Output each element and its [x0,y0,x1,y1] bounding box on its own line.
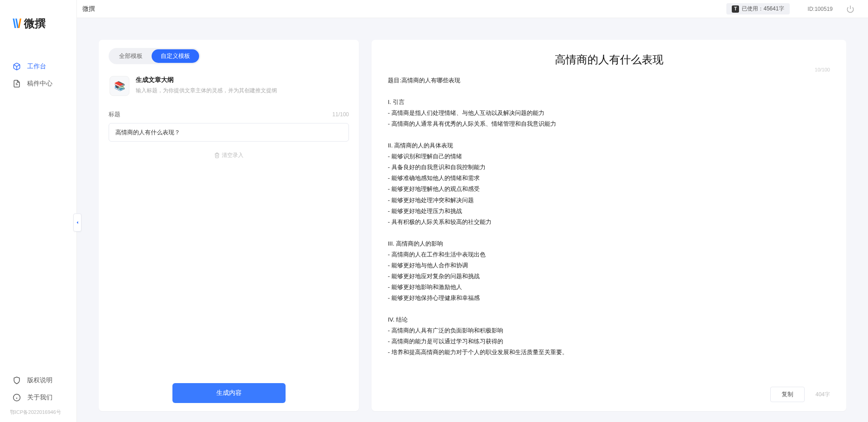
logo-mark: \\/ [13,16,20,31]
user-id: ID:100519 [808,6,833,12]
nav-item-copyright[interactable]: 版权说明 [0,372,76,389]
main: 全部模板 自定义模板 📚 生成文章大纲 输入标题，为你提供文章主体的灵感，并为其… [77,18,868,422]
output-head: 高情商的人有什么表现 10/100 [388,52,830,67]
topbar: 微撰 T 已使用： 45641字 ID:100519 [77,0,868,18]
generate-button[interactable]: 生成内容 [172,383,286,403]
nav-item-about[interactable]: 关于我们 [0,389,76,406]
output-title-count: 10/100 [815,67,830,72]
template-card-title: 生成文章大纲 [136,76,277,84]
title-input[interactable] [109,123,349,142]
usage-value: 45641字 [763,5,784,13]
output-footer: 复制 404字 [388,380,830,402]
output-word-count: 404字 [816,391,830,398]
clear-label: 清空录入 [222,152,243,159]
trash-icon [214,152,220,158]
main-nav: 工作台 稿件中心 [0,44,76,92]
info-icon [13,394,21,402]
title-label-row: 标题 11/100 [109,110,349,119]
tab-all-templates[interactable]: 全部模板 [110,49,152,63]
title-char-count: 11/100 [332,111,349,118]
output-panel: 高情商的人有什么表现 10/100 题目:高情商的人有哪些表现 I. 引言 - … [372,40,846,411]
template-card-icon: 📚 [110,76,129,96]
copy-button[interactable]: 复制 [770,387,805,402]
template-tabs: 全部模板 自定义模板 [109,48,200,64]
usage-prefix: 已使用： [742,5,763,13]
clear-input-button[interactable]: 清空录入 [109,152,349,159]
nav-label: 工作台 [27,62,46,71]
logo: \\/ 微撰 [0,0,76,44]
usage-icon: T [732,5,739,13]
nav-item-drafts[interactable]: 稿件中心 [0,75,76,92]
title-label: 标题 [109,110,120,119]
input-panel-footer: 生成内容 [109,374,349,403]
nav-item-workspace[interactable]: 工作台 [0,58,76,75]
logo-text: 微撰 [24,16,46,31]
template-card: 📚 生成文章大纲 输入标题，为你提供文章主体的灵感，并为其创建推文提纲 [109,74,349,104]
sidebar: \\/ 微撰 工作台 稿件中心 版权说明 关于我们 鄂ICP备202201694… [0,0,77,422]
page-title: 微撰 [82,5,95,13]
document-icon [13,80,21,88]
output-title: 高情商的人有什么表现 [388,52,830,67]
power-icon[interactable] [846,5,854,13]
sidebar-footer: 版权说明 关于我们 鄂ICP备2022016946号 [0,372,76,422]
nav-label: 版权说明 [27,376,52,384]
nav-label: 稿件中心 [27,80,52,88]
icp-text: 鄂ICP备2022016946号 [0,406,76,416]
tab-custom-template[interactable]: 自定义模板 [152,49,199,63]
output-body: 题目:高情商的人有哪些表现 I. 引言 - 高情商是指人们处理情绪、与他人互动以… [388,75,830,380]
input-panel: 全部模板 自定义模板 📚 生成文章大纲 输入标题，为你提供文章主体的灵感，并为其… [99,40,359,411]
shield-icon [13,376,21,384]
template-card-desc: 输入标题，为你提供文章主体的灵感，并为其创建推文提纲 [136,87,277,95]
nav-label: 关于我们 [27,394,52,402]
usage-badge: T 已使用： 45641字 [726,3,789,14]
cube-icon [13,62,21,71]
